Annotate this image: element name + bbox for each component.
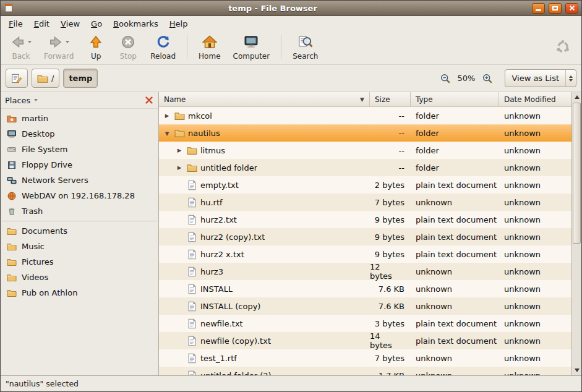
- file-row-untitled-folder[interactable]: ▶untitled folder--folderunknown: [159, 159, 571, 176]
- expander-collapsed-icon[interactable]: ▶: [175, 164, 184, 171]
- scroll-up-button[interactable]: [572, 92, 581, 102]
- up-button[interactable]: Up: [80, 32, 112, 62]
- file-date_modified: unknown: [499, 211, 571, 228]
- column-header-size[interactable]: Size: [370, 92, 411, 106]
- file-name: hu.rtf: [200, 198, 223, 207]
- file-name: litmus: [200, 146, 225, 155]
- file-row-mkcol[interactable]: ▶mkcol--folderunknown: [159, 107, 571, 124]
- sidebar-item-label: Music: [22, 242, 45, 251]
- path-current-label: temp: [69, 74, 92, 83]
- sidebar-title-dropdown-icon[interactable]: [34, 99, 38, 101]
- column-header-name[interactable]: Name▼: [159, 92, 370, 106]
- maximize-icon: [552, 6, 558, 11]
- computer-button[interactable]: Computer: [227, 32, 276, 62]
- file-row-hurz3[interactable]: hurz312 bytesunknownunknown: [159, 263, 571, 280]
- file-size: 12 bytes: [370, 263, 411, 280]
- file-type: unknown: [411, 280, 499, 297]
- sidebar-item-file-system[interactable]: File System: [1, 142, 158, 157]
- file-row-nautilus[interactable]: ▼nautilus--folderunknown: [159, 124, 571, 142]
- sidebar-title[interactable]: Places: [5, 96, 30, 105]
- menu-file[interactable]: File: [3, 16, 28, 31]
- file-size: 7 bytes: [370, 194, 411, 211]
- file-size: 14 bytes: [370, 332, 411, 349]
- text-file-icon: [187, 197, 197, 208]
- home-button[interactable]: Home: [192, 32, 226, 62]
- toolbar-items: BackForwardUpStopReloadHomeComputerSearc…: [4, 32, 324, 62]
- column-header-date-modified[interactable]: Date Modified: [499, 92, 571, 106]
- sidebar-item-documents[interactable]: Documents: [1, 223, 158, 239]
- file-row-install[interactable]: INSTALL7.6 KBunknownunknown: [159, 280, 571, 297]
- sidebar-item-webdav-on-192-168-178-28[interactable]: WebDAV on 192.168.178.28: [1, 188, 158, 203]
- zoom-out-button[interactable]: [438, 71, 453, 86]
- sidebar-item-pub-on-athlon[interactable]: Pub on Athlon: [1, 285, 158, 300]
- file-type: plain text document: [411, 228, 499, 245]
- expander-collapsed-icon[interactable]: ▶: [163, 113, 171, 119]
- sidebar-item-videos[interactable]: Videos: [1, 270, 158, 285]
- file-type: folder: [411, 142, 499, 159]
- search-button[interactable]: Search: [286, 32, 324, 62]
- file-row-litmus[interactable]: ▶litmus--folderunknown: [159, 142, 571, 159]
- toolbar-label: Computer: [233, 52, 270, 61]
- file-row-hu-rtf[interactable]: hu.rtf7 bytesunknownunknown: [159, 194, 571, 211]
- sidebar-item-label: Trash: [22, 207, 43, 216]
- toolbar-label: Reload: [150, 52, 176, 61]
- zoom-in-button[interactable]: [480, 71, 495, 86]
- file-date_modified: unknown: [499, 367, 571, 375]
- reload-button[interactable]: Reload: [144, 32, 182, 62]
- scroll-down-button[interactable]: [572, 365, 581, 375]
- maximize-button[interactable]: [549, 3, 562, 14]
- sidebar-item-desktop[interactable]: Desktop: [1, 126, 158, 142]
- minimize-button[interactable]: [532, 3, 545, 14]
- close-button[interactable]: [565, 3, 578, 14]
- file-row-newfile-txt[interactable]: newfile.txt3 bytesplain text documentunk…: [159, 315, 571, 332]
- titlebar[interactable]: temp - File Browser: [1, 1, 581, 16]
- menu-bookmarks[interactable]: Bookmarks: [108, 16, 164, 31]
- path-current-button[interactable]: temp: [63, 69, 98, 88]
- sidebar-item-martin[interactable]: martin: [1, 111, 158, 126]
- menu-go[interactable]: Go: [85, 16, 108, 31]
- file-row-untitled-folder-2[interactable]: untitled folder (2)1.7 KBunknownunknown: [159, 367, 571, 375]
- menu-help[interactable]: Help: [164, 16, 194, 31]
- back-history-dropdown-icon[interactable]: [28, 41, 32, 43]
- sort-indicator-icon: ▼: [360, 96, 364, 103]
- sidebar-item-label: Pictures: [22, 257, 53, 266]
- text-file-icon: [187, 370, 197, 376]
- sidebar-item-trash[interactable]: Trash: [1, 203, 158, 219]
- file-row-install-copy[interactable]: INSTALL (copy)7.6 KBunknownunknown: [159, 297, 571, 315]
- toolbar-label: Back: [12, 52, 30, 61]
- file-type: plain text document: [411, 332, 499, 349]
- file-row-hurz2-txt[interactable]: hurz2.txt9 bytesplain text documentunkno…: [159, 211, 571, 228]
- expander-collapsed-icon[interactable]: ▶: [175, 147, 184, 153]
- scrollbar-thumb[interactable]: [573, 103, 581, 244]
- text-file-icon: [187, 353, 197, 364]
- file-name: newfile (copy).txt: [200, 336, 271, 346]
- distributor-logo-icon: [555, 40, 570, 54]
- text-file-icon: [187, 180, 197, 190]
- vertical-scrollbar[interactable]: [571, 92, 581, 375]
- toggle-location-entry-button[interactable]: [6, 69, 28, 88]
- sidebar-item-pictures[interactable]: Pictures: [1, 254, 158, 270]
- folder-icon: [7, 226, 17, 236]
- folder-icon: [7, 242, 17, 252]
- file-row-test-1-rtf[interactable]: test_1.rtf7 bytesunknownunknown: [159, 349, 571, 367]
- file-row-hurz2-copy-txt[interactable]: hurz2 (copy).txt9 bytesplain text docume…: [159, 228, 571, 245]
- sidebar-item-floppy-drive[interactable]: Floppy Drive: [1, 157, 158, 173]
- text-file-icon: [187, 232, 197, 242]
- view-mode-select[interactable]: View as List: [505, 69, 576, 87]
- file-row-newfile-copy-txt[interactable]: newfile (copy).txt14 bytesplain text doc…: [159, 332, 571, 349]
- menu-edit[interactable]: Edit: [28, 16, 55, 31]
- path-root-button[interactable]: /: [32, 69, 59, 88]
- column-header-type[interactable]: Type: [411, 92, 499, 106]
- file-type: plain text document: [411, 211, 499, 228]
- file-row-hurz2-x-txt[interactable]: hurz2 x.txt9 bytesplain text documentunk…: [159, 245, 571, 263]
- sidebar-item-music[interactable]: Music: [1, 239, 158, 254]
- sidebar-item-network-servers[interactable]: Network Servers: [1, 173, 158, 188]
- search-icon: [298, 35, 313, 49]
- forward-history-dropdown-icon[interactable]: [66, 41, 69, 43]
- view-mode-stepper-icons: [565, 70, 576, 87]
- file-row-empty-txt[interactable]: empty.txt2 bytesplain text documentunkno…: [159, 176, 571, 194]
- menu-view[interactable]: View: [55, 16, 85, 31]
- expander-expanded-icon[interactable]: ▼: [163, 130, 171, 137]
- column-label: Date Modified: [504, 95, 556, 104]
- sidebar-close-button[interactable]: [144, 95, 154, 105]
